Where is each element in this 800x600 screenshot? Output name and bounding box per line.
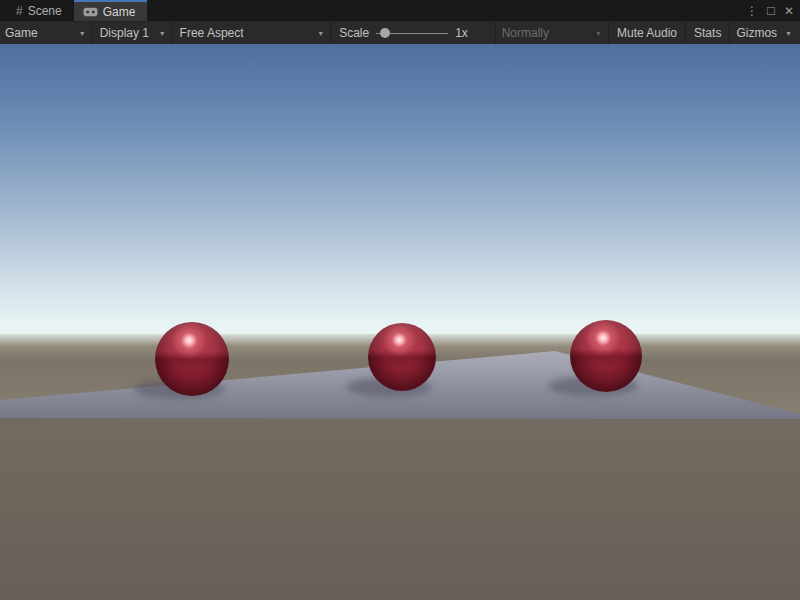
play-focus-dropdown: Normally ▼ <box>495 22 609 44</box>
scale-label: Scale <box>339 26 369 40</box>
red-sphere-2 <box>368 323 436 391</box>
close-icon[interactable]: ✕ <box>784 5 794 17</box>
gamepad-icon <box>83 7 98 17</box>
aspect-ratio-dropdown[interactable]: Free Aspect ▼ <box>173 22 332 44</box>
chevron-down-icon: ▼ <box>785 30 792 37</box>
display-target-dropdown[interactable]: Display 1 ▼ <box>93 22 173 44</box>
red-sphere-3 <box>570 320 642 392</box>
tab-scene[interactable]: # Scene <box>7 0 74 21</box>
scene-grid-icon: # <box>16 5 23 17</box>
view-mode-dropdown[interactable]: Game ▼ <box>0 22 93 44</box>
tab-scene-label: Scene <box>28 4 62 18</box>
scale-control: Scale 1x <box>331 22 496 44</box>
scene-overlay <box>0 44 800 600</box>
tab-game[interactable]: Game <box>74 0 148 21</box>
game-render-viewport[interactable] <box>0 44 800 600</box>
gizmos-dropdown[interactable]: Gizmos ▼ <box>730 22 800 44</box>
red-sphere-1 <box>155 322 229 396</box>
slider-knob[interactable] <box>380 28 390 38</box>
panel-tab-bar: # Scene Game ⋮ □ ✕ <box>0 0 800 21</box>
window-controls: ⋮ □ ✕ <box>746 0 794 21</box>
game-view-toolbar: Game ▼ Display 1 ▼ Free Aspect ▼ Scale 1… <box>0 21 800 44</box>
chevron-down-icon: ▼ <box>595 30 602 37</box>
maximize-icon[interactable]: □ <box>767 4 775 17</box>
stats-button[interactable]: Stats <box>686 22 730 44</box>
chevron-down-icon: ▼ <box>159 30 166 37</box>
panel-menu-icon[interactable]: ⋮ <box>746 5 758 17</box>
game-view-panel: # Scene Game ⋮ □ ✕ Game ▼ Display 1 <box>0 0 800 600</box>
chevron-down-icon: ▼ <box>317 30 324 37</box>
scale-value: 1x <box>455 26 468 40</box>
mute-audio-button[interactable]: Mute Audio <box>609 22 686 44</box>
tab-game-label: Game <box>103 5 136 19</box>
scale-slider[interactable] <box>376 27 448 39</box>
chevron-down-icon: ▼ <box>79 30 86 37</box>
